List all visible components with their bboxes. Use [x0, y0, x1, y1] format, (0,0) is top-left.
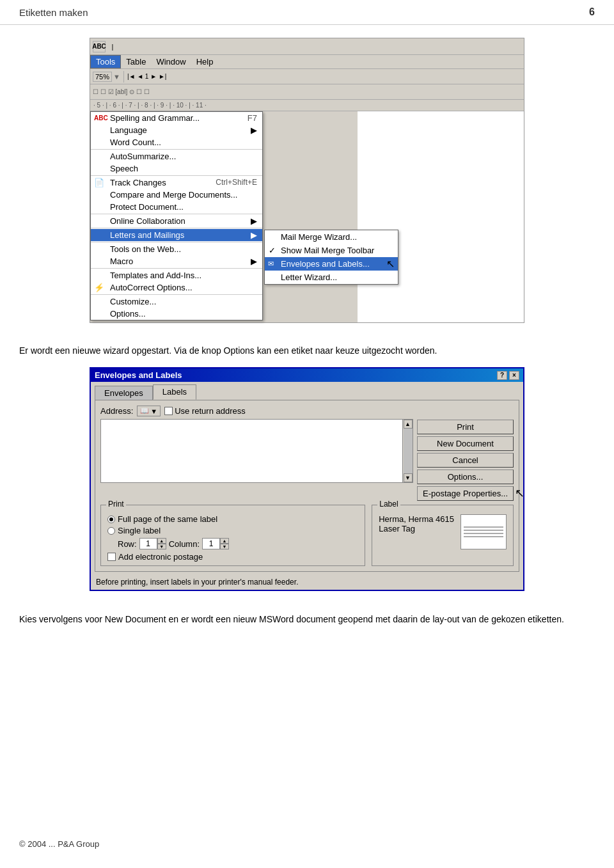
use-return-row: Use return address: [164, 406, 246, 416]
epostage-button[interactable]: E-postage Properties... ↖: [417, 486, 514, 501]
col-input[interactable]: 1: [202, 538, 220, 549]
page-nav: |◄ ◄ 1 ► ►|: [127, 73, 166, 80]
word-toolbar2: 75% ▼ |◄ ◄ 1 ► ►|: [90, 69, 524, 84]
epostage-checkbox[interactable]: [107, 553, 116, 561]
menubar-help[interactable]: Help: [191, 56, 219, 68]
dialog-title: Envelopes and Labels: [95, 370, 182, 380]
single-label-radio[interactable]: [107, 527, 115, 535]
menu-item-letters[interactable]: Letters and Mailings ▶: [91, 229, 262, 241]
label-section-title: Label: [377, 500, 400, 509]
col-spinner: 1 ▲ ▼: [202, 538, 229, 549]
tools-dropdown: ABC Spelling and Grammar... F7 Language …: [90, 111, 263, 320]
address-row: Address: 📖 ▼ Use return address: [100, 406, 514, 501]
menu-item-language[interactable]: Language ▶: [91, 124, 262, 136]
page-header: Etiketten maken 6: [0, 0, 614, 25]
menubar-window[interactable]: Window: [151, 56, 191, 68]
page-number: 6: [589, 6, 595, 18]
print-section-title: Print: [106, 500, 126, 509]
word-doc-bg: [358, 111, 524, 322]
scroll-down-btn[interactable]: ▼: [404, 473, 413, 482]
sep2: [91, 175, 262, 176]
tab-labels[interactable]: Labels: [153, 384, 196, 400]
sep1: [91, 149, 262, 150]
screenshot1: ABC | Tools Table Window Help 75% ▼ |◄ ◄…: [90, 38, 524, 323]
row-spin-down[interactable]: ▼: [157, 544, 166, 549]
label-preview: [460, 514, 507, 549]
envelope-icon: ✉: [268, 260, 274, 268]
sep7: [91, 294, 262, 295]
label-preview-line4: [464, 536, 503, 537]
full-page-radio-row: Full page of the same label: [107, 514, 358, 524]
label-line2: Laser Tag: [379, 524, 454, 533]
label-info: Herma, Herma 4615 Laser Tag: [379, 514, 454, 533]
dialog-tabs: Envelopes Labels: [91, 382, 523, 400]
dialog-box: Envelopes and Labels ? × Envelopes Label…: [90, 367, 524, 591]
screenshot2: Envelopes and Labels ? × Envelopes Label…: [90, 367, 524, 591]
full-page-radio[interactable]: [107, 516, 115, 523]
menu-item-collab[interactable]: Online Collaboration ▶: [91, 215, 262, 227]
row-spin-btns: ▲ ▼: [157, 538, 166, 549]
new-document-button[interactable]: New Document: [417, 436, 514, 451]
label-line1: Herma, Herma 4615: [379, 514, 454, 524]
ruler: · 5 · | · 6 · | · 7 · | · 8 · | · 9 · | …: [90, 100, 524, 111]
address-textbox[interactable]: [100, 419, 403, 483]
row-spin-up[interactable]: ▲: [157, 538, 166, 544]
address-left: Address: 📖 ▼ Use return address: [100, 406, 413, 483]
page-title: Etiketten maken: [19, 7, 88, 18]
menu-item-autosummarize[interactable]: AutoSummarize...: [91, 150, 262, 162]
toolbar-sep2: ▼: [113, 73, 120, 81]
help-button[interactable]: ?: [497, 371, 507, 380]
print-button[interactable]: Print: [417, 420, 514, 434]
menu-item-track[interactable]: 📄 Track Changes Ctrl+Shift+E: [91, 177, 262, 189]
single-label-radio-row: Single label: [107, 526, 358, 535]
menu-item-protect[interactable]: Protect Document...: [91, 201, 262, 213]
return-address-checkbox[interactable]: [164, 407, 173, 415]
scroll-up-btn[interactable]: ▲: [404, 420, 413, 429]
label-preview-line1: [464, 526, 503, 528]
menu-item-toolsweb[interactable]: Tools on the Web...: [91, 243, 262, 255]
close-button[interactable]: ×: [509, 371, 519, 380]
right-buttons: Print New Document Cancel Options... E-p…: [417, 420, 514, 501]
menubar-table[interactable]: Table: [121, 56, 151, 68]
word-toolbar3: ☐ ☐ ☑ [abl] ⊙ ☐ ☐: [90, 84, 524, 100]
menu-item-compare[interactable]: Compare and Merge Documents...: [91, 189, 262, 201]
bottom-sections: Print Full page of the same label Single…: [100, 505, 514, 566]
sep4: [91, 228, 262, 228]
submenu-letterwiz[interactable]: Letter Wizard...: [265, 271, 398, 284]
row-input[interactable]: 1: [139, 538, 157, 549]
menu-area: ABC Spelling and Grammar... F7 Language …: [90, 111, 524, 322]
cancel-button[interactable]: Cancel: [417, 453, 514, 468]
submenu-showmerge[interactable]: ✓ Show Mail Merge Toolbar: [265, 244, 398, 257]
epostage-checkbox-row: Add electronic postage: [107, 552, 358, 562]
menu-item-options[interactable]: Options...: [91, 308, 262, 320]
submenu-envelopes[interactable]: ✉ Envelopes and Labels... ↖: [265, 257, 398, 271]
menu-item-templates[interactable]: Templates and Add-Ins...: [91, 269, 262, 281]
scroll-track: [404, 429, 413, 473]
submenu-letters: Mail Merge Wizard... ✓ Show Mail Merge T…: [264, 230, 398, 285]
menu-item-autocorrect[interactable]: ⚡ AutoCorrect Options...: [91, 281, 262, 294]
toolbar-div: [123, 71, 124, 83]
sep3: [91, 214, 262, 214]
menubar-tools[interactable]: Tools: [90, 55, 121, 68]
menu-item-wordcount[interactable]: Word Count...: [91, 136, 262, 148]
options-button[interactable]: Options...: [417, 470, 514, 484]
address-scrollbar: ▲ ▼: [403, 419, 413, 483]
check-icon: ✓: [269, 246, 276, 255]
tab-envelopes[interactable]: Envelopes: [95, 386, 153, 400]
dialog-titlebar: Envelopes and Labels ? ×: [91, 368, 523, 382]
radio-dot: [109, 517, 113, 521]
titlebar-buttons: ? ×: [497, 371, 519, 380]
menu-item-macro[interactable]: Macro ▶: [91, 255, 262, 267]
menu-item-customize[interactable]: Customize...: [91, 296, 262, 308]
col-spin-up[interactable]: ▲: [220, 538, 229, 544]
paragraph2: Kies vervolgens voor New Document en er …: [0, 603, 614, 636]
row-col-row: Row: 1 ▲ ▼ Column: 1 ▲: [107, 538, 358, 549]
menu-item-spelling[interactable]: ABC Spelling and Grammar... F7: [91, 112, 262, 124]
sep5: [91, 242, 262, 242]
col-spin-btns: ▲ ▼: [220, 538, 229, 549]
menu-item-speech[interactable]: Speech: [91, 162, 262, 175]
col-spin-down[interactable]: ▼: [220, 544, 229, 549]
toolbar-zoom: 75%: [93, 72, 112, 82]
submenu-mailmerge[interactable]: Mail Merge Wizard...: [265, 230, 398, 244]
address-book-btn[interactable]: 📖 ▼: [137, 406, 161, 416]
